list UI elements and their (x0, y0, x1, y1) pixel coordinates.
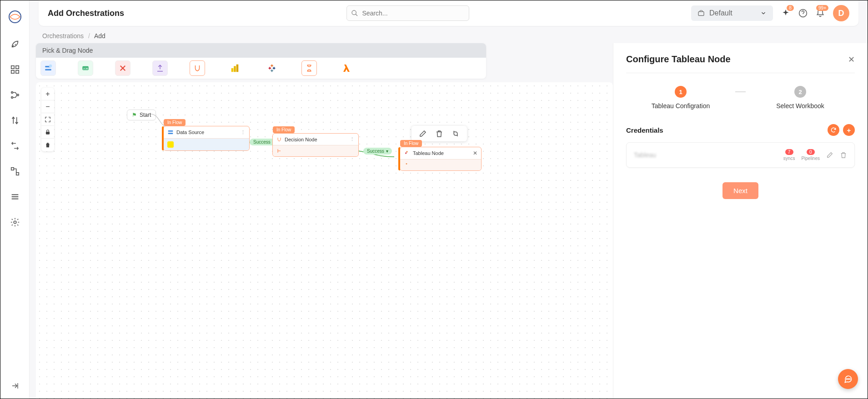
nav-settings-icon[interactable] (10, 217, 20, 228)
svg-point-46 (848, 379, 849, 379)
svg-line-15 (356, 14, 357, 16)
delete-button[interactable] (41, 139, 54, 151)
delete-credential-button[interactable] (840, 151, 847, 159)
refresh-credentials-button[interactable] (828, 124, 839, 136)
edge-success-pill[interactable]: Success ▾ (363, 148, 392, 155)
svg-rect-1 (11, 66, 14, 69)
breadcrumb-current: Add (94, 32, 105, 40)
help-button[interactable] (798, 9, 808, 18)
close-node-button[interactable]: ✕ (473, 150, 477, 156)
svg-point-5 (11, 92, 13, 94)
zoom-in-button[interactable]: + (41, 88, 54, 100)
workspace-name: Default (709, 9, 733, 17)
credentials-heading: Credentials (626, 126, 663, 134)
panel-title: Configure Tableau Node (626, 54, 731, 65)
briefcase-icon (697, 10, 705, 17)
zoom-out-button[interactable]: − (41, 100, 54, 113)
svg-rect-37 (168, 130, 173, 132)
svg-rect-3 (11, 70, 14, 73)
chevron-down-icon (760, 10, 767, 16)
step-2-circle[interactable]: 2 (794, 86, 806, 98)
app-logo (8, 10, 22, 24)
search-input[interactable] (346, 5, 469, 21)
chevron-down-icon: ▾ (386, 149, 388, 154)
svg-point-0 (9, 11, 21, 23)
nav-pipeline-icon[interactable] (10, 90, 20, 100)
edit-node-button[interactable] (419, 130, 427, 138)
svg-rect-26 (234, 66, 236, 72)
canvas-toolbar: + − (41, 88, 54, 151)
lock-button[interactable] (41, 126, 54, 139)
palette-upload-icon[interactable] (152, 60, 168, 76)
nav-transform-icon[interactable] (10, 140, 20, 151)
nav-compare-icon[interactable] (10, 115, 20, 126)
edit-credential-button[interactable] (826, 151, 833, 159)
svg-point-47 (849, 379, 850, 379)
palette-datasource-icon[interactable] (40, 60, 56, 76)
nav-dashboard-icon[interactable] (10, 64, 20, 75)
notifications-badge: 99+ (816, 5, 828, 11)
palette-tableau-icon[interactable] (264, 60, 280, 76)
nav-rocket-icon[interactable] (10, 39, 20, 50)
close-panel-button[interactable]: ✕ (848, 55, 855, 65)
palette-cancel-icon[interactable] (115, 60, 130, 76)
collapse-sidebar-icon[interactable] (10, 380, 20, 391)
add-credential-button[interactable]: + (843, 124, 855, 136)
svg-point-20 (49, 65, 52, 68)
breadcrumb: Orchestrations / Add (30, 26, 868, 43)
syncs-count: 7 syncs (783, 149, 795, 161)
search-icon (351, 10, 358, 17)
palette-lambda-icon[interactable] (339, 60, 354, 76)
nav-branch-icon[interactable] (10, 166, 20, 177)
svg-rect-38 (168, 133, 173, 134)
svg-rect-2 (15, 66, 18, 69)
palette-async-icon[interactable]: JOB (78, 60, 93, 76)
swap-node-button[interactable] (452, 130, 460, 138)
nav-list-icon[interactable] (10, 191, 20, 202)
branch-icon (276, 148, 282, 154)
tableau-icon (404, 162, 409, 168)
svg-text:JOB: JOB (83, 67, 88, 70)
palette-title: Pick & Drag Node (36, 43, 486, 58)
svg-rect-27 (236, 65, 239, 72)
stepper: 1 Tableau Configration 2 Select Workbook (626, 86, 855, 110)
datasource-icon (167, 129, 174, 135)
decision-node[interactable]: In Flow Decision Node ⋮ (272, 133, 359, 157)
tableau-node[interactable]: In Flow Tableau Node ✕ (400, 147, 482, 171)
svg-point-13 (14, 221, 16, 224)
pipelines-count: 0 Pipelines (801, 149, 820, 161)
notifications-button[interactable]: 99+ (816, 9, 825, 18)
flag-icon: ⚑ (132, 112, 137, 118)
svg-rect-8 (11, 168, 14, 170)
flow-canvas[interactable]: + − ⚑ Start (36, 82, 613, 399)
palette-timer-icon[interactable] (301, 60, 317, 76)
fit-view-button[interactable] (41, 113, 54, 126)
step-1-circle[interactable]: 1 (675, 86, 687, 98)
breadcrumb-root[interactable]: Orchestrations (42, 32, 84, 40)
chat-fab-button[interactable] (838, 369, 858, 389)
step-2-label: Select Workbook (776, 102, 824, 110)
node-menu-icon[interactable]: ⋮ (350, 136, 355, 142)
node-action-bar (411, 126, 467, 141)
avatar[interactable]: D (833, 5, 849, 21)
svg-rect-36 (46, 131, 50, 134)
configure-panel: Configure Tableau Node ✕ 1 Tableau Confi… (613, 43, 868, 399)
next-button[interactable]: Next (722, 182, 758, 199)
node-menu-icon[interactable]: ⋮ (241, 130, 246, 135)
credential-name: Tableau (634, 151, 656, 159)
palette-powerbi-icon[interactable] (227, 60, 242, 76)
node-status-tag: In Flow (400, 140, 422, 147)
palette-decision-icon[interactable] (190, 60, 205, 76)
credential-card[interactable]: Tableau 7 syncs 0 Pipelines (626, 142, 855, 168)
start-node[interactable]: ⚑ Start (127, 110, 156, 120)
step-1-label: Tableau Configration (652, 102, 710, 110)
sparkle-button[interactable]: 8 (781, 9, 790, 18)
node-palette: Pick & Drag Node JOB (36, 43, 486, 79)
decision-icon (276, 137, 282, 142)
workspace-dropdown[interactable]: Default (691, 5, 773, 21)
data-source-node[interactable]: In Flow Data Source ⋮ (163, 126, 250, 151)
svg-rect-16 (698, 12, 704, 16)
delete-node-button[interactable] (435, 130, 443, 138)
svg-rect-25 (231, 68, 234, 72)
svg-point-45 (847, 379, 848, 379)
